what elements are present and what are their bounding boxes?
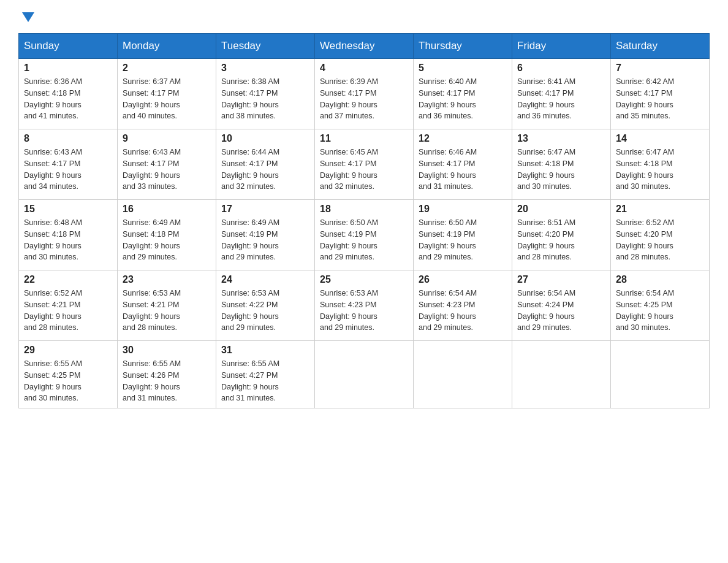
- day-info: Sunrise: 6:37 AM Sunset: 4:17 PM Dayligh…: [123, 76, 211, 122]
- calendar-day-26: 26 Sunrise: 6:54 AM Sunset: 4:23 PM Dayl…: [414, 270, 512, 341]
- calendar-day-12: 12 Sunrise: 6:46 AM Sunset: 4:17 PM Dayl…: [414, 129, 512, 200]
- weekday-header-wednesday: Wednesday: [315, 34, 414, 59]
- day-number: 21: [616, 204, 704, 215]
- day-number: 31: [221, 345, 309, 356]
- weekday-header-thursday: Thursday: [414, 34, 512, 59]
- day-number: 24: [221, 274, 309, 285]
- calendar-week-1: 1 Sunrise: 6:36 AM Sunset: 4:18 PM Dayli…: [19, 59, 710, 129]
- calendar-day-15: 15 Sunrise: 6:48 AM Sunset: 4:18 PM Dayl…: [19, 200, 118, 270]
- empty-cell: [512, 341, 611, 408]
- day-number: 12: [419, 133, 507, 144]
- day-info: Sunrise: 6:41 AM Sunset: 4:17 PM Dayligh…: [517, 76, 605, 122]
- calendar-day-8: 8 Sunrise: 6:43 AM Sunset: 4:17 PM Dayli…: [19, 129, 118, 200]
- calendar-week-2: 8 Sunrise: 6:43 AM Sunset: 4:17 PM Dayli…: [19, 129, 710, 200]
- calendar-day-13: 13 Sunrise: 6:47 AM Sunset: 4:18 PM Dayl…: [512, 129, 611, 200]
- calendar-day-6: 6 Sunrise: 6:41 AM Sunset: 4:17 PM Dayli…: [512, 59, 611, 129]
- day-number: 8: [24, 133, 112, 144]
- logo-triangle-icon: [22, 12, 34, 22]
- day-info: Sunrise: 6:36 AM Sunset: 4:18 PM Dayligh…: [24, 76, 112, 122]
- calendar-day-23: 23 Sunrise: 6:53 AM Sunset: 4:21 PM Dayl…: [118, 270, 216, 341]
- weekday-header-monday: Monday: [118, 34, 216, 59]
- day-info: Sunrise: 6:55 AM Sunset: 4:26 PM Dayligh…: [123, 358, 211, 404]
- day-info: Sunrise: 6:53 AM Sunset: 4:22 PM Dayligh…: [221, 288, 309, 334]
- logo: [18, 12, 34, 21]
- day-number: 26: [419, 274, 507, 285]
- day-number: 3: [221, 63, 309, 74]
- day-info: Sunrise: 6:43 AM Sunset: 4:17 PM Dayligh…: [123, 147, 211, 193]
- empty-cell: [611, 341, 710, 408]
- day-number: 9: [123, 133, 211, 144]
- day-number: 7: [616, 63, 704, 74]
- calendar-week-3: 15 Sunrise: 6:48 AM Sunset: 4:18 PM Dayl…: [19, 200, 710, 270]
- calendar-day-27: 27 Sunrise: 6:54 AM Sunset: 4:24 PM Dayl…: [512, 270, 611, 341]
- day-info: Sunrise: 6:55 AM Sunset: 4:27 PM Dayligh…: [221, 358, 309, 404]
- day-number: 19: [419, 204, 507, 215]
- day-info: Sunrise: 6:54 AM Sunset: 4:23 PM Dayligh…: [419, 288, 507, 334]
- day-number: 27: [517, 274, 605, 285]
- day-number: 28: [616, 274, 704, 285]
- calendar-day-7: 7 Sunrise: 6:42 AM Sunset: 4:17 PM Dayli…: [611, 59, 710, 129]
- day-info: Sunrise: 6:55 AM Sunset: 4:25 PM Dayligh…: [24, 358, 112, 404]
- calendar-day-30: 30 Sunrise: 6:55 AM Sunset: 4:26 PM Dayl…: [118, 341, 216, 408]
- day-info: Sunrise: 6:53 AM Sunset: 4:23 PM Dayligh…: [320, 288, 408, 334]
- day-info: Sunrise: 6:48 AM Sunset: 4:18 PM Dayligh…: [24, 217, 112, 263]
- day-number: 13: [517, 133, 605, 144]
- calendar-day-16: 16 Sunrise: 6:49 AM Sunset: 4:18 PM Dayl…: [118, 200, 216, 270]
- calendar-day-14: 14 Sunrise: 6:47 AM Sunset: 4:18 PM Dayl…: [611, 129, 710, 200]
- calendar-day-28: 28 Sunrise: 6:54 AM Sunset: 4:25 PM Dayl…: [611, 270, 710, 341]
- day-info: Sunrise: 6:53 AM Sunset: 4:21 PM Dayligh…: [123, 288, 211, 334]
- day-info: Sunrise: 6:44 AM Sunset: 4:17 PM Dayligh…: [221, 147, 309, 193]
- calendar-week-5: 29 Sunrise: 6:55 AM Sunset: 4:25 PM Dayl…: [19, 341, 710, 408]
- day-number: 18: [320, 204, 408, 215]
- calendar-day-29: 29 Sunrise: 6:55 AM Sunset: 4:25 PM Dayl…: [19, 341, 118, 408]
- day-info: Sunrise: 6:50 AM Sunset: 4:19 PM Dayligh…: [419, 217, 507, 263]
- day-info: Sunrise: 6:49 AM Sunset: 4:18 PM Dayligh…: [123, 217, 211, 263]
- page-header: [18, 12, 710, 21]
- calendar-day-5: 5 Sunrise: 6:40 AM Sunset: 4:17 PM Dayli…: [414, 59, 512, 129]
- calendar-day-18: 18 Sunrise: 6:50 AM Sunset: 4:19 PM Dayl…: [315, 200, 414, 270]
- calendar-day-11: 11 Sunrise: 6:45 AM Sunset: 4:17 PM Dayl…: [315, 129, 414, 200]
- day-number: 23: [123, 274, 211, 285]
- day-info: Sunrise: 6:43 AM Sunset: 4:17 PM Dayligh…: [24, 147, 112, 193]
- calendar-day-25: 25 Sunrise: 6:53 AM Sunset: 4:23 PM Dayl…: [315, 270, 414, 341]
- day-number: 6: [517, 63, 605, 74]
- day-number: 5: [419, 63, 507, 74]
- day-info: Sunrise: 6:40 AM Sunset: 4:17 PM Dayligh…: [419, 76, 507, 122]
- day-info: Sunrise: 6:49 AM Sunset: 4:19 PM Dayligh…: [221, 217, 309, 263]
- calendar-day-2: 2 Sunrise: 6:37 AM Sunset: 4:17 PM Dayli…: [118, 59, 216, 129]
- day-number: 14: [616, 133, 704, 144]
- day-number: 15: [24, 204, 112, 215]
- calendar-day-22: 22 Sunrise: 6:52 AM Sunset: 4:21 PM Dayl…: [19, 270, 118, 341]
- day-number: 16: [123, 204, 211, 215]
- day-info: Sunrise: 6:42 AM Sunset: 4:17 PM Dayligh…: [616, 76, 704, 122]
- weekday-header-tuesday: Tuesday: [216, 34, 315, 59]
- calendar-day-20: 20 Sunrise: 6:51 AM Sunset: 4:20 PM Dayl…: [512, 200, 611, 270]
- calendar-day-24: 24 Sunrise: 6:53 AM Sunset: 4:22 PM Dayl…: [216, 270, 315, 341]
- calendar-day-3: 3 Sunrise: 6:38 AM Sunset: 4:17 PM Dayli…: [216, 59, 315, 129]
- day-info: Sunrise: 6:39 AM Sunset: 4:17 PM Dayligh…: [320, 76, 408, 122]
- day-number: 22: [24, 274, 112, 285]
- day-number: 20: [517, 204, 605, 215]
- day-info: Sunrise: 6:52 AM Sunset: 4:21 PM Dayligh…: [24, 288, 112, 334]
- day-number: 17: [221, 204, 309, 215]
- weekday-header-friday: Friday: [512, 34, 611, 59]
- weekday-header-saturday: Saturday: [611, 34, 710, 59]
- calendar-day-21: 21 Sunrise: 6:52 AM Sunset: 4:20 PM Dayl…: [611, 200, 710, 270]
- day-number: 2: [123, 63, 211, 74]
- day-info: Sunrise: 6:38 AM Sunset: 4:17 PM Dayligh…: [221, 76, 309, 122]
- day-number: 30: [123, 345, 211, 356]
- empty-cell: [414, 341, 512, 408]
- day-number: 1: [24, 63, 112, 74]
- calendar-day-17: 17 Sunrise: 6:49 AM Sunset: 4:19 PM Dayl…: [216, 200, 315, 270]
- calendar-day-1: 1 Sunrise: 6:36 AM Sunset: 4:18 PM Dayli…: [19, 59, 118, 129]
- calendar-week-4: 22 Sunrise: 6:52 AM Sunset: 4:21 PM Dayl…: [19, 270, 710, 341]
- calendar-day-4: 4 Sunrise: 6:39 AM Sunset: 4:17 PM Dayli…: [315, 59, 414, 129]
- day-info: Sunrise: 6:52 AM Sunset: 4:20 PM Dayligh…: [616, 217, 704, 263]
- weekday-header-sunday: Sunday: [19, 34, 118, 59]
- calendar-day-19: 19 Sunrise: 6:50 AM Sunset: 4:19 PM Dayl…: [414, 200, 512, 270]
- day-info: Sunrise: 6:54 AM Sunset: 4:25 PM Dayligh…: [616, 288, 704, 334]
- day-info: Sunrise: 6:46 AM Sunset: 4:17 PM Dayligh…: [419, 147, 507, 193]
- calendar-day-9: 9 Sunrise: 6:43 AM Sunset: 4:17 PM Dayli…: [118, 129, 216, 200]
- day-number: 4: [320, 63, 408, 74]
- day-info: Sunrise: 6:50 AM Sunset: 4:19 PM Dayligh…: [320, 217, 408, 263]
